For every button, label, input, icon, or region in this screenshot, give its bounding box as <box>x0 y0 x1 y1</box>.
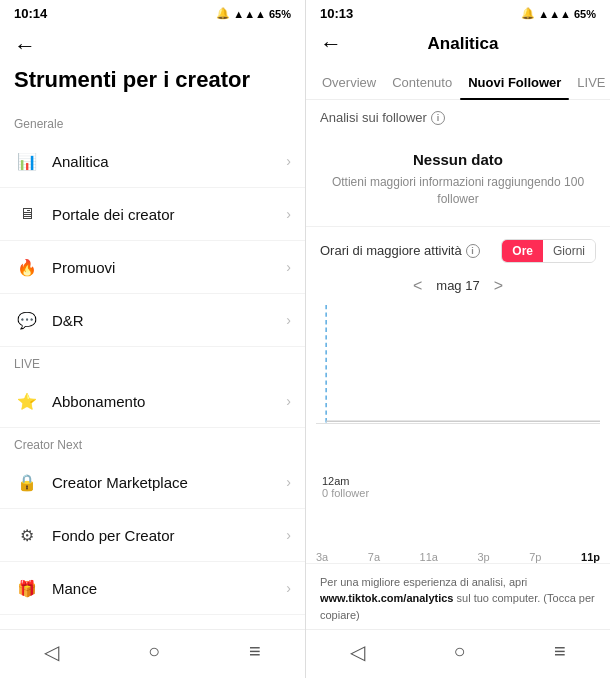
status-bar-left: 10:14 🔔 ▲▲▲ 65% <box>0 0 305 25</box>
marketplace-icon: 🔒 <box>14 469 40 495</box>
back-nav-left[interactable]: ◁ <box>44 640 59 664</box>
menu-sections: Generale📊Analitica›🖥Portale dei creator›… <box>0 107 305 615</box>
abbonamento-label: Abbonamento <box>52 393 286 410</box>
fondo-chevron: › <box>286 527 291 543</box>
menu-item-d-r[interactable]: 💬D&R› <box>0 294 305 347</box>
bottom-nav-right: ◁ ○ ≡ <box>306 629 610 678</box>
analitica-label: Analitica <box>52 153 286 170</box>
home-nav-right[interactable]: ○ <box>454 640 466 664</box>
mance-label: Mance <box>52 580 286 597</box>
notification-icon: 🔔 <box>216 7 230 20</box>
mance-icon: 🎁 <box>14 575 40 601</box>
activity-header: Orari di maggiore attività i Ore Giorni <box>306 227 610 271</box>
analytics-title: Analitica <box>352 34 574 54</box>
section-label-creator-next: Creator Next <box>0 428 305 456</box>
menu-nav-right[interactable]: ≡ <box>554 640 566 664</box>
bottom-nav-left: ◁ ○ ≡ <box>0 629 305 678</box>
page-title-left: Strumenti per i creator <box>0 61 305 107</box>
abbonamento-icon: ⭐ <box>14 388 40 414</box>
tab-live[interactable]: LIVE <box>569 67 610 99</box>
notification-icon-right: 🔔 <box>521 7 535 20</box>
chart-time-label: 12am <box>322 475 369 487</box>
status-icons-right: 🔔 ▲▲▲ 65% <box>521 7 596 20</box>
marketplace-label: Creator Marketplace <box>52 474 286 491</box>
current-date: mag 17 <box>436 278 479 293</box>
x-axis-label-4: 7p <box>529 551 541 563</box>
menu-item-abbonamento[interactable]: ⭐Abbonamento› <box>0 375 305 428</box>
info-icon[interactable]: i <box>431 111 445 125</box>
next-date-button[interactable]: > <box>494 277 503 295</box>
prev-date-button[interactable]: < <box>413 277 422 295</box>
no-data-title: Nessun dato <box>320 151 596 168</box>
d-r-icon: 💬 <box>14 307 40 333</box>
date-navigation: < mag 17 > <box>306 271 610 305</box>
left-panel: 10:14 🔔 ▲▲▲ 65% ← Strumenti per i creato… <box>0 0 305 678</box>
analytics-tabs: OverviewContenutoNuovi FollowerLIVE <box>306 67 610 100</box>
battery-label-right: 65% <box>574 8 596 20</box>
abbonamento-chevron: › <box>286 393 291 409</box>
portale-chevron: › <box>286 206 291 222</box>
signal-icon-right: ▲▲▲ <box>538 8 571 20</box>
section-label-generale: Generale <box>0 107 305 135</box>
follower-analysis-label: Analisi sui follower i <box>306 100 610 131</box>
portale-label: Portale dei creator <box>52 206 286 223</box>
back-button-right[interactable]: ← <box>320 31 342 57</box>
toggle-ore[interactable]: Ore <box>502 240 543 262</box>
fondo-icon: ⚙ <box>14 522 40 548</box>
portale-icon: 🖥 <box>14 201 40 227</box>
menu-item-marketplace[interactable]: 🔒Creator Marketplace› <box>0 456 305 509</box>
chart-label-group: 12am 0 follower <box>322 475 369 499</box>
battery-label: 65% <box>269 8 291 20</box>
activity-info-icon[interactable]: i <box>466 244 480 258</box>
chart-area: 12am 0 follower <box>306 305 610 549</box>
chart-x-axis: 3a7a11a3p7p11p <box>306 549 610 563</box>
menu-item-mance[interactable]: 🎁Mance› <box>0 562 305 615</box>
status-icons-left: 🔔 ▲▲▲ 65% <box>216 7 291 20</box>
d-r-chevron: › <box>286 312 291 328</box>
right-panel: 10:13 🔔 ▲▲▲ 65% ← Analitica OverviewCont… <box>305 0 610 678</box>
chart-follower-label: 0 follower <box>322 487 369 499</box>
analitica-chevron: › <box>286 153 291 169</box>
menu-item-analitica[interactable]: 📊Analitica› <box>0 135 305 188</box>
menu-nav-left[interactable]: ≡ <box>249 640 261 664</box>
right-header: ← Analitica <box>306 25 610 67</box>
time-left: 10:14 <box>14 6 47 21</box>
activity-label: Orari di maggiore attività i <box>320 243 480 258</box>
footer-note: Per una migliore esperienza di analisi, … <box>306 563 610 630</box>
menu-item-fondo[interactable]: ⚙Fondo per Creator› <box>0 509 305 562</box>
x-axis-label-5: 11p <box>581 551 600 563</box>
back-button-left[interactable]: ← <box>0 25 305 61</box>
tab-contenuto[interactable]: Contenuto <box>384 67 460 99</box>
home-nav-left[interactable]: ○ <box>148 640 160 664</box>
x-axis-label-3: 3p <box>477 551 489 563</box>
time-right: 10:13 <box>320 6 353 21</box>
promuovi-icon: 🔥 <box>14 254 40 280</box>
time-toggle-group: Ore Giorni <box>501 239 596 263</box>
section-label-live: LIVE <box>0 347 305 375</box>
back-nav-right[interactable]: ◁ <box>350 640 365 664</box>
signal-icon: ▲▲▲ <box>233 8 266 20</box>
no-data-section: Nessun dato Ottieni maggiori informazion… <box>306 131 610 227</box>
x-axis-label-0: 3a <box>316 551 328 563</box>
activity-chart <box>316 305 600 445</box>
no-data-subtitle: Ottieni maggiori informazioni raggiungen… <box>320 174 596 208</box>
analitica-icon: 📊 <box>14 148 40 174</box>
toggle-giorni[interactable]: Giorni <box>543 240 595 262</box>
d-r-label: D&R <box>52 312 286 329</box>
x-axis-label-2: 11a <box>420 551 438 563</box>
status-bar-right: 10:13 🔔 ▲▲▲ 65% <box>306 0 610 25</box>
promuovi-chevron: › <box>286 259 291 275</box>
tab-nuovi-follower[interactable]: Nuovi Follower <box>460 67 569 99</box>
x-axis-label-1: 7a <box>368 551 380 563</box>
mance-chevron: › <box>286 580 291 596</box>
menu-item-portale[interactable]: 🖥Portale dei creator› <box>0 188 305 241</box>
promuovi-label: Promuovi <box>52 259 286 276</box>
fondo-label: Fondo per Creator <box>52 527 286 544</box>
analytics-link[interactable]: www.tiktok.com/analytics <box>320 592 453 604</box>
tab-overview[interactable]: Overview <box>314 67 384 99</box>
marketplace-chevron: › <box>286 474 291 490</box>
menu-item-promuovi[interactable]: 🔥Promuovi› <box>0 241 305 294</box>
